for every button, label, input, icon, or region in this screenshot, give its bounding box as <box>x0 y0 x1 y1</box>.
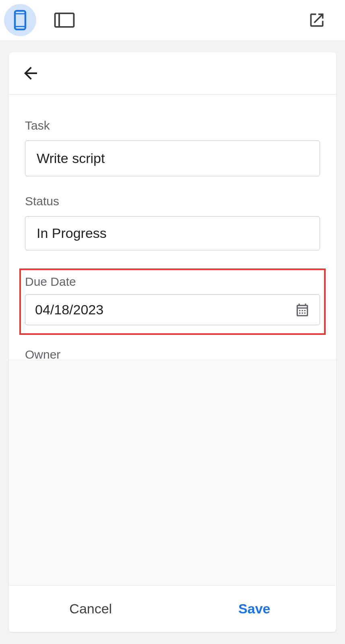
top-toolbar <box>0 0 345 40</box>
back-button[interactable] <box>21 64 40 83</box>
card-spacer <box>9 360 336 585</box>
open-external-button[interactable] <box>301 4 333 36</box>
toolbar-left <box>4 4 81 36</box>
due-date-value: 04/18/2023 <box>35 302 103 318</box>
status-value: In Progress <box>37 225 107 241</box>
task-label: Task <box>25 119 320 132</box>
due-date-field-group-highlighted: Due Date 04/18/2023 <box>19 268 326 335</box>
task-field-group: Task <box>25 119 320 176</box>
page-background: Task Status In Progress Due Date 04/18/2… <box>0 40 345 644</box>
owner-field-group: Owner ann@demo.com <box>25 348 320 360</box>
calendar-icon <box>295 302 310 318</box>
task-input[interactable] <box>25 140 320 176</box>
cancel-button[interactable]: Cancel <box>9 586 173 632</box>
external-link-icon <box>308 11 326 29</box>
mobile-icon <box>13 10 27 31</box>
save-button[interactable]: Save <box>173 586 337 632</box>
tablet-icon <box>54 12 75 28</box>
status-select[interactable]: In Progress <box>25 216 320 250</box>
form-card: Task Status In Progress Due Date 04/18/2… <box>9 52 336 632</box>
card-header <box>9 52 336 95</box>
owner-label: Owner <box>25 348 320 360</box>
due-date-input[interactable]: 04/18/2023 <box>25 294 320 325</box>
card-footer: Cancel Save <box>9 585 336 632</box>
mobile-view-button[interactable] <box>4 4 36 36</box>
status-field-group: Status In Progress <box>25 194 320 250</box>
tablet-view-button[interactable] <box>48 4 81 36</box>
back-arrow-icon <box>21 64 40 83</box>
svg-rect-3 <box>55 13 74 27</box>
card-body: Task Status In Progress Due Date 04/18/2… <box>9 95 336 360</box>
status-label: Status <box>25 194 320 208</box>
due-date-label: Due Date <box>25 275 320 289</box>
